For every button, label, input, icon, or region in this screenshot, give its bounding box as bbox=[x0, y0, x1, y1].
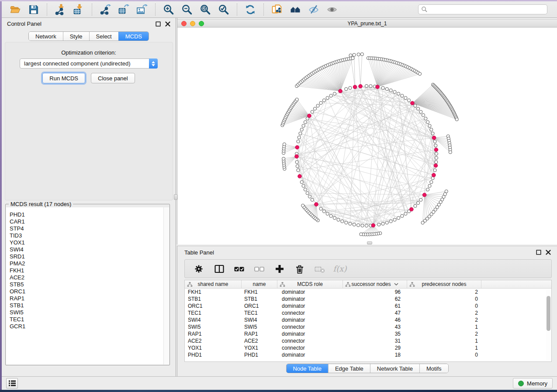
float-panel-icon[interactable] bbox=[155, 21, 161, 27]
run-mcds-button[interactable]: Run MCDS bbox=[42, 73, 85, 83]
column-header-name[interactable]: name bbox=[242, 280, 277, 288]
zoom-selected-button[interactable] bbox=[217, 3, 231, 16]
close-panel-button[interactable]: Close panel bbox=[91, 73, 135, 83]
tab-edge-table[interactable]: Edge Table bbox=[328, 364, 370, 373]
ring-node bbox=[356, 224, 360, 227]
first-neighbors-button[interactable] bbox=[288, 3, 302, 16]
table-row[interactable]: YOX1YOX1connector291 bbox=[185, 344, 551, 351]
apply-layout-button[interactable] bbox=[243, 3, 257, 16]
mcds-result-item[interactable]: YOX1 bbox=[6, 239, 169, 246]
delete-column-button[interactable] bbox=[292, 261, 307, 276]
table-row[interactable]: ACE2ACE2connector311 bbox=[185, 337, 551, 344]
import-table-button[interactable] bbox=[72, 3, 86, 16]
memory-button[interactable]: Memory bbox=[513, 378, 553, 389]
tab-style[interactable]: Style bbox=[63, 32, 89, 41]
network-canvas[interactable] bbox=[177, 28, 557, 244]
window-maximize-light[interactable] bbox=[199, 21, 204, 26]
mcds-result-item[interactable]: CAR1 bbox=[6, 218, 169, 225]
table-cell: dominator bbox=[277, 296, 343, 303]
export-table-icon bbox=[118, 4, 129, 15]
table-row[interactable]: SWI4SWI4dominator462 bbox=[185, 316, 551, 323]
table-tabs: Node TableEdge TableNetwork TableMotifs bbox=[286, 364, 448, 373]
export-image-button[interactable] bbox=[135, 3, 149, 16]
table-row[interactable]: RAP1RAP1dominator352 bbox=[185, 330, 551, 337]
ring-node bbox=[299, 132, 302, 135]
mcds-result-item[interactable]: SRD1 bbox=[6, 253, 169, 260]
search-box[interactable] bbox=[418, 4, 547, 14]
float-table-panel-icon[interactable] bbox=[536, 250, 541, 255]
close-panel-icon[interactable] bbox=[165, 21, 170, 27]
create-column-button[interactable] bbox=[272, 261, 287, 276]
ring-node bbox=[322, 99, 325, 102]
open-file-button[interactable] bbox=[8, 3, 22, 16]
mcds-result-item[interactable]: RAP1 bbox=[6, 295, 169, 302]
window-minimize-light[interactable] bbox=[190, 21, 195, 26]
table-cell: PHD1 bbox=[185, 351, 242, 358]
window-close-light[interactable] bbox=[181, 21, 187, 26]
mcds-result-item[interactable]: STP4 bbox=[6, 225, 169, 232]
network-view-titlebar[interactable]: YPA_prune.txt_1 bbox=[177, 19, 557, 28]
column-header-predecessor-nodes[interactable]: predecessor nodes bbox=[407, 280, 481, 288]
table-row[interactable]: FKH1FKH1dominator962 bbox=[185, 289, 551, 296]
zoom-out-button[interactable] bbox=[180, 3, 194, 16]
tab-node-table[interactable]: Node Table bbox=[286, 364, 328, 373]
task-history-button[interactable] bbox=[6, 378, 18, 389]
table-mode-gear-button[interactable] bbox=[192, 261, 207, 276]
hide-selected-button[interactable] bbox=[307, 3, 321, 16]
mcds-result-item[interactable]: STB1 bbox=[6, 302, 169, 309]
mcds-result-item[interactable]: SWI5 bbox=[6, 309, 169, 316]
column-header-shared-name[interactable]: shared name bbox=[185, 280, 242, 288]
mcds-result-item[interactable]: FKH1 bbox=[6, 267, 169, 274]
table-row[interactable]: ORC1ORC1dominator610 bbox=[185, 303, 551, 309]
tab-mcds[interactable]: MCDS bbox=[118, 32, 149, 41]
export-network-button[interactable] bbox=[98, 3, 112, 16]
mcds-result-item[interactable]: TID3 bbox=[6, 232, 169, 239]
export-table-button[interactable] bbox=[117, 3, 131, 16]
table-scrollbar[interactable] bbox=[546, 289, 551, 361]
zoom-in-button[interactable] bbox=[162, 3, 176, 16]
mcds-result-item[interactable]: STB5 bbox=[6, 281, 169, 288]
table-row[interactable]: TEC1TEC1connector472 bbox=[185, 309, 551, 316]
mcds-result-item[interactable]: GCR1 bbox=[6, 323, 169, 330]
optimization-criterion-select[interactable]: largest connected component (undirected) bbox=[20, 58, 158, 69]
tab-network[interactable]: Network bbox=[29, 32, 63, 41]
ring-node bbox=[426, 120, 429, 124]
table-scrollbar-thumb[interactable] bbox=[547, 296, 550, 331]
search-input[interactable] bbox=[430, 7, 544, 13]
column-header-MCDS-role[interactable]: MCDS role bbox=[277, 280, 343, 288]
mcds-result-item[interactable]: SWI4 bbox=[6, 246, 169, 253]
mcds-result-item[interactable]: PHD1 bbox=[6, 211, 169, 218]
show-all-button[interactable] bbox=[325, 3, 339, 16]
column-header-successor-nodes[interactable]: successor nodes bbox=[343, 280, 407, 288]
ring-node bbox=[381, 86, 384, 89]
import-network-button[interactable] bbox=[53, 3, 67, 16]
apply-function-icon: f(x) bbox=[333, 264, 347, 273]
horizontal-splitter-grip[interactable] bbox=[367, 241, 372, 244]
select-all-columns-button[interactable] bbox=[232, 261, 247, 276]
ring-node bbox=[435, 152, 438, 155]
column-label: shared name bbox=[197, 281, 228, 287]
mcds-result-item[interactable]: TEC1 bbox=[6, 316, 169, 323]
result-list-scrollbar[interactable] bbox=[163, 207, 169, 364]
table-row[interactable]: STB1STB1dominator620 bbox=[185, 296, 551, 303]
table-row[interactable]: SWI5SWI5connector431 bbox=[185, 323, 551, 330]
column-visibility-button[interactable] bbox=[212, 261, 227, 276]
duplicate-network-button[interactable] bbox=[270, 3, 284, 16]
ring-node bbox=[313, 107, 316, 110]
mcds-result-item[interactable]: PMA2 bbox=[6, 260, 169, 267]
tab-network-table[interactable]: Network Table bbox=[370, 364, 419, 373]
mcds-result-list[interactable]: PHD1CAR1STP4TID3YOX1SWI4SRD1PMA2FKH1ACE2… bbox=[6, 207, 169, 364]
vertical-splitter-grip[interactable] bbox=[174, 194, 178, 200]
table-row[interactable]: PHD1PHD1dominator180 bbox=[185, 351, 551, 358]
deselect-all-columns-button[interactable] bbox=[252, 261, 267, 276]
mcds-result-item[interactable]: ACE2 bbox=[6, 274, 169, 281]
save-session-button[interactable] bbox=[27, 3, 41, 16]
tab-motifs[interactable]: Motifs bbox=[419, 364, 448, 373]
mcds-result-item[interactable]: ORC1 bbox=[6, 288, 169, 295]
tab-select[interactable]: Select bbox=[89, 32, 118, 41]
network-graph[interactable] bbox=[177, 28, 557, 244]
satellite-node bbox=[421, 221, 424, 224]
close-table-panel-icon[interactable] bbox=[545, 250, 551, 255]
table-cell: 0 bbox=[407, 351, 481, 358]
zoom-fit-button[interactable] bbox=[198, 3, 212, 16]
